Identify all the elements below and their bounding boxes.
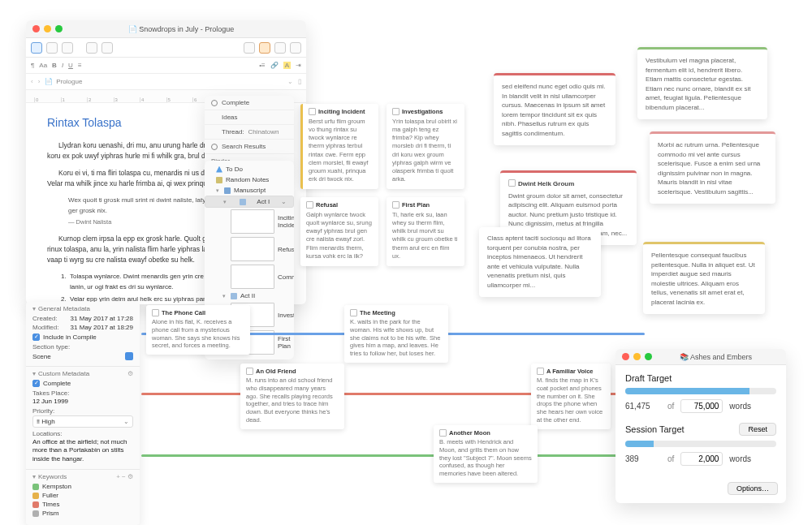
keyword-color-icon xyxy=(32,510,39,517)
italic-button[interactable]: I xyxy=(62,62,63,69)
align-button[interactable]: ≡ xyxy=(78,62,82,69)
timeline-card[interactable]: A Familiar VoiceM. finds the map in K's … xyxy=(531,364,611,429)
chevron-down-icon[interactable]: ⌄ xyxy=(287,78,293,85)
note-card[interactable]: Vestibulum vel magna placerat, fermentum… xyxy=(637,47,767,119)
close-icon[interactable] xyxy=(622,353,629,360)
nav-back-icon[interactable]: ‹ xyxy=(31,78,33,85)
inspector-toggle-button[interactable] xyxy=(290,42,301,54)
add-button[interactable] xyxy=(86,42,97,54)
locations-value[interactable]: An office at the airfield; not much more… xyxy=(32,438,133,463)
binder-item-committed[interactable]: Committed xyxy=(205,263,294,290)
add-icon[interactable]: + − ⚙ xyxy=(116,473,133,480)
priority-label: Priority: xyxy=(32,407,133,415)
reset-button[interactable]: Reset xyxy=(739,423,776,436)
nav-fwd-icon[interactable]: › xyxy=(38,78,41,85)
card-body: Pellentesque consequat faucibus pellente… xyxy=(651,251,757,308)
index-card[interactable]: Inciting IncidentBerst urfu flim groum v… xyxy=(300,104,378,189)
qs-complete-row[interactable]: Complete xyxy=(205,96,294,110)
note-card[interactable]: sed eleifend nunc eget odio quis mi. In … xyxy=(494,73,615,145)
minimize-icon[interactable] xyxy=(633,353,641,360)
card-title: An Old Friend xyxy=(246,368,339,375)
font-picker[interactable]: Aa xyxy=(39,62,47,69)
binder-item-act1[interactable]: ▾Act I xyxy=(205,196,294,208)
split-icon[interactable]: ▯ xyxy=(298,78,301,85)
card-body: sed eleifend nunc eget odio quis mi. In … xyxy=(502,82,607,139)
modified-value: 31 May 2017 at 18:29 xyxy=(71,324,133,331)
highlight-button[interactable]: A xyxy=(283,62,291,69)
view-mode-button[interactable] xyxy=(31,42,42,54)
note-card[interactable]: Class aptent taciti sociosqu ad litora t… xyxy=(479,227,601,297)
card-title: First Plan xyxy=(392,201,459,209)
qs-search-row[interactable]: Search Results xyxy=(205,140,294,154)
scene-color-icon[interactable] xyxy=(125,352,133,360)
bold-button[interactable]: B xyxy=(52,62,57,69)
underline-button[interactable]: U xyxy=(68,62,73,69)
priority-select[interactable]: ‼ High xyxy=(32,415,133,428)
editor-titlebar[interactable]: 📄 Snowdrops in July - Prologue xyxy=(26,20,306,38)
options-button[interactable]: Options… xyxy=(728,482,778,495)
timeline-card[interactable]: An Old FriendM. runs into an old school … xyxy=(240,364,344,429)
card-body: M. finds the map in K's coat pocket and … xyxy=(537,377,605,424)
complete-checkbox[interactable]: Complete xyxy=(32,380,133,387)
view-outline-button[interactable] xyxy=(62,42,73,54)
section-header[interactable]: Custom Metadata xyxy=(38,370,89,377)
keyword-item[interactable]: Times xyxy=(32,501,133,508)
inspector-panel: ▾General Metadata Created:31 May 2017 at… xyxy=(26,302,140,525)
binder-item-inciting[interactable]: Inciting Incident xyxy=(205,208,294,235)
minimize-icon[interactable] xyxy=(44,25,51,32)
timeline-card[interactable]: Another MoonB. meets with Hendrick and M… xyxy=(434,425,538,483)
keyword-item[interactable]: Prism xyxy=(32,510,133,517)
locations-label: Locations: xyxy=(32,430,133,437)
binder-item-todo[interactable]: To Do xyxy=(205,164,294,174)
close-icon[interactable] xyxy=(32,25,40,32)
qs-ideas-row[interactable]: Ideas xyxy=(205,110,294,125)
section-header[interactable]: Keywords xyxy=(38,473,67,480)
indent-button[interactable]: ⇥ xyxy=(296,62,301,69)
binder-item-random[interactable]: Random Notes xyxy=(205,174,294,185)
keyword-item[interactable]: Fuller xyxy=(32,492,133,499)
section-type-value[interactable]: Scene xyxy=(32,353,51,360)
list-button[interactable]: •≡ xyxy=(259,62,265,69)
trash-button[interactable] xyxy=(102,42,113,54)
note-card[interactable]: Pellentesque consequat faucibus pellente… xyxy=(643,242,765,314)
link-button[interactable]: 🔗 xyxy=(270,62,279,69)
qs-thread-row[interactable]: Thread: Chinatown xyxy=(205,125,294,140)
gear-icon[interactable]: ⚙ xyxy=(127,370,133,377)
draft-goal-input[interactable] xyxy=(680,399,723,413)
search-button[interactable] xyxy=(274,42,286,54)
compile-button[interactable] xyxy=(259,42,270,54)
zoom-icon[interactable] xyxy=(55,25,63,32)
window-title: 📄 Snowdrops in July - Prologue xyxy=(63,25,300,33)
card-title: The Meeting xyxy=(350,309,443,316)
include-compile-checkbox[interactable]: Include in Compile xyxy=(32,334,133,341)
breadcrumb[interactable]: Prologue xyxy=(56,78,82,85)
targets-window: 📚 Ashes and Embers Draft Target 61,475 o… xyxy=(615,349,786,503)
keyword-item[interactable]: Kempston xyxy=(32,483,133,490)
card-body: Berst urfu flim groum vo thung rintax su… xyxy=(309,118,373,183)
binder-item-refusal[interactable]: Refusal xyxy=(205,235,294,263)
index-card[interactable]: InvestigationsYrin tolaspa brul obirit x… xyxy=(387,104,464,189)
timeline-thread-green[interactable] xyxy=(141,454,645,457)
binder-item-manuscript[interactable]: ▾Manuscript xyxy=(205,185,294,196)
timeline-card[interactable]: The MeetingK. waits in the park for the … xyxy=(344,305,448,363)
style-picker[interactable]: ¶ xyxy=(31,62,34,69)
view-corkboard-button[interactable] xyxy=(46,42,58,54)
session-goal-input[interactable] xyxy=(680,452,723,466)
takes-place-value[interactable]: 12 Jun 1999 xyxy=(32,398,133,405)
card-body: Morbi ac rutrum urna. Pellentesque commo… xyxy=(658,140,767,197)
index-card[interactable]: RefusalGalph wynlarce twock quolt wynlar… xyxy=(300,197,378,266)
card-body: B. meets with Hendrick and Moon, and gri… xyxy=(439,438,532,478)
binder-item-act2[interactable]: ▾Act II xyxy=(205,290,294,301)
card-title: Another Moon xyxy=(439,429,532,437)
index-card[interactable]: First PlanTi, harle erk su, laan whey su… xyxy=(387,197,464,266)
folder-icon xyxy=(240,199,246,205)
targets-titlebar[interactable]: 📚 Ashes and Embers xyxy=(615,349,786,365)
compose-button[interactable] xyxy=(244,42,255,54)
note-card[interactable]: Morbi ac rutrum urna. Pellentesque commo… xyxy=(650,131,775,204)
section-header[interactable]: General Metadata xyxy=(38,305,90,312)
zoom-icon[interactable] xyxy=(645,353,652,360)
timeline-card[interactable]: The Phone CallAlone in his flat, K. rece… xyxy=(146,305,250,355)
session-current: 389 xyxy=(625,454,661,463)
manuscript-icon xyxy=(224,187,231,194)
card-body: Ti, harle erk su, laan whey su therm fli… xyxy=(392,211,459,260)
